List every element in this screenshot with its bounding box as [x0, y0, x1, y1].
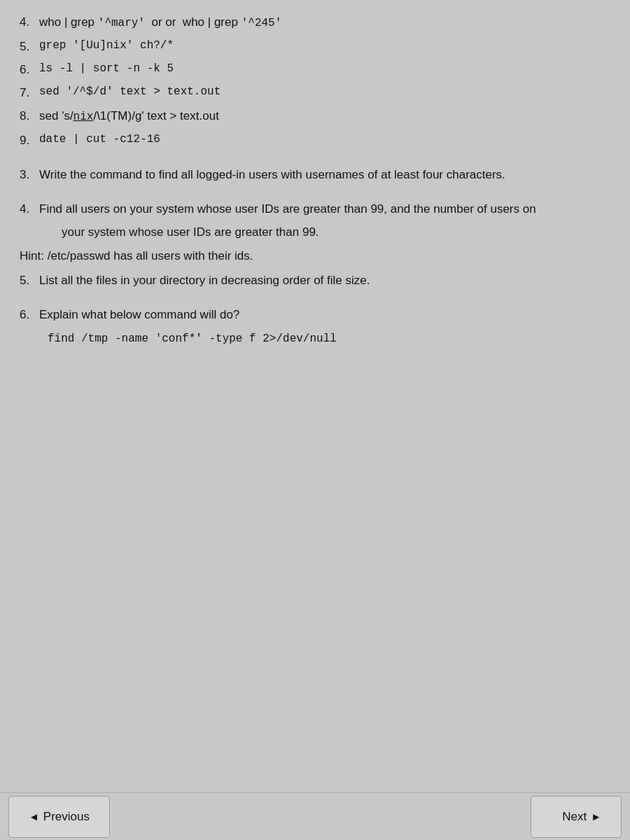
question-3: 3. Write the command to find all logged-… [20, 165, 610, 184]
q6-code-block: find /tmp -name 'conf*' -type f 2>/dev/n… [20, 330, 610, 349]
prev-label: Previous [43, 810, 90, 824]
list-item-9: 9. date | cut -c12-16 [20, 131, 610, 150]
q3-text: Write the command to find all logged-in … [39, 165, 505, 184]
hint-label: Hint: [20, 249, 44, 262]
list-item-4: 4. who | grep '^mary' or or who | grep '… [20, 13, 610, 33]
q6-number: 6. [20, 305, 35, 324]
list-item-8: 8. sed 's/nix/\1(TM)/g' text > text.out [20, 106, 610, 127]
item9-number: 9. [20, 131, 35, 150]
item5-text: grep '[Uu]nix' ch?/* [39, 37, 174, 56]
list-item-5: 5. grep '[Uu]nix' ch?/* [20, 37, 610, 56]
prev-arrow-icon: ◄ [29, 811, 39, 822]
q3-number: 3. [20, 165, 35, 184]
item8-number: 8. [20, 106, 35, 127]
hint-text: /etc/passwd has all users with their ids… [48, 249, 253, 262]
item4-number: 4. [20, 13, 35, 33]
q4-text-b: your system whose user IDs are greater t… [62, 225, 319, 239]
previous-button[interactable]: ◄ Previous [8, 796, 110, 838]
q6-code: find /tmp -name 'conf*' -type f 2>/dev/n… [48, 332, 337, 345]
item4-text: who | grep '^mary' or or who | grep '^24… [39, 13, 281, 33]
q6-text: Explain what below command will do? [39, 305, 239, 324]
item9-text: date | cut -c12-16 [39, 131, 160, 150]
q5-text: List all the files in your directory in … [39, 271, 370, 290]
main-content: 4. who | grep '^mary' or or who | grep '… [0, 0, 630, 792]
next-label: Next [562, 810, 587, 824]
question-4: 4. Find all users on your system whose u… [20, 200, 610, 218]
item7-text: sed '/^$/d' text > text.out [39, 83, 220, 102]
question-6: 6. Explain what below command will do? [20, 305, 610, 324]
navigation-bar: ◄ Previous Next ► [0, 792, 630, 840]
question-5: 5. List all the files in your directory … [20, 271, 610, 290]
list-item-7: 7. sed '/^$/d' text > text.out [20, 83, 610, 102]
item8-text: sed 's/nix/\1(TM)/g' text > text.out [39, 106, 219, 127]
item6-text: ls -l | sort -n -k 5 [39, 60, 174, 79]
item5-number: 5. [20, 37, 35, 56]
list-item-6: 6. ls -l | sort -n -k 5 [20, 60, 610, 79]
q4-number: 4. [20, 200, 35, 218]
item7-number: 7. [20, 83, 35, 102]
hint-line: Hint: /etc/passwd has all users with the… [20, 246, 610, 265]
next-button[interactable]: Next ► [531, 796, 622, 838]
next-arrow-icon: ► [591, 811, 601, 822]
q4-text-a: Find all users on your system whose user… [39, 200, 536, 218]
q4-continuation: your system whose user IDs are greater t… [20, 223, 610, 241]
item6-number: 6. [20, 60, 35, 79]
q5-number: 5. [20, 271, 35, 290]
